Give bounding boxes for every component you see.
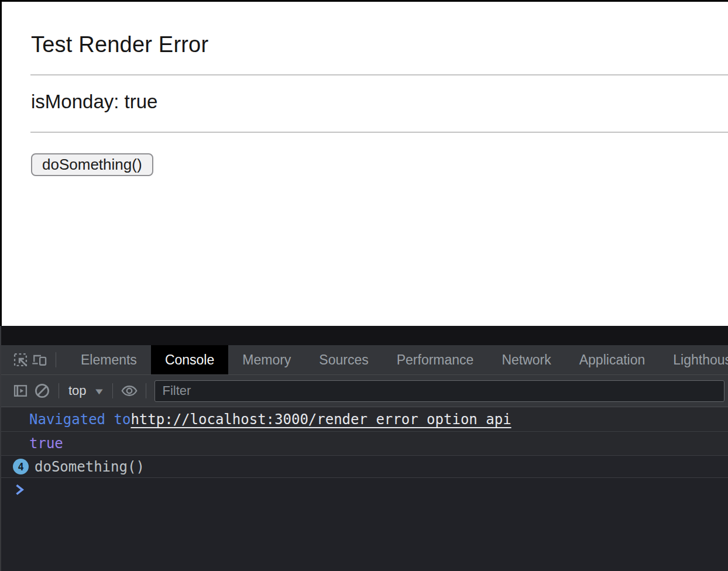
tab-memory[interactable]: Memory: [228, 345, 305, 374]
rendered-page: Test Render Error isMonday: true doSomet…: [0, 0, 728, 326]
inspect-element-button[interactable]: [11, 350, 30, 370]
tab-application[interactable]: Application: [565, 345, 660, 374]
devtools-panel: Elements Console Memory Sources Performa…: [0, 326, 728, 571]
filter-input[interactable]: [154, 380, 724, 402]
toolbar-separator: [146, 383, 146, 398]
console-empty-area: [1, 501, 728, 571]
chevron-down-icon: ▼: [93, 386, 105, 396]
inspect-cursor-icon: [12, 352, 29, 368]
divider: [30, 74, 728, 75]
toolbar-separator: [59, 383, 59, 398]
console-prompt[interactable]: [1, 478, 728, 501]
devtools-tabbar: Elements Console Memory Sources Performa…: [1, 345, 728, 375]
context-selector-label: top: [68, 383, 87, 398]
eye-icon: [120, 382, 139, 400]
page-title: Test Render Error: [31, 31, 728, 58]
console-boolean-value: true: [29, 435, 63, 452]
console-navigation-link[interactable]: http://localhost:3000/render_error_optio…: [131, 411, 511, 428]
console-info-text: Navigated to: [29, 411, 131, 428]
do-something-button[interactable]: doSomething(): [31, 153, 153, 176]
console-prompt-chevron-icon: [14, 483, 26, 496]
create-live-expression-button[interactable]: [120, 381, 139, 401]
device-toolbar-icon: [31, 352, 47, 368]
browser-window: Test Render Error isMonday: true doSomet…: [0, 0, 728, 571]
divider: [30, 132, 728, 133]
console-message-log: 4 doSomething(): [1, 456, 728, 478]
console-log-text: doSomething(): [35, 459, 145, 475]
tab-lighthouse[interactable]: Lighthouse: [659, 345, 728, 374]
console-output: Navigated to http://localhost:3000/rende…: [1, 407, 728, 571]
toggle-device-toolbar-button[interactable]: [30, 350, 49, 370]
tab-performance[interactable]: Performance: [383, 345, 488, 374]
toolbar-separator: [56, 352, 56, 367]
console-toolbar: top ▼: [1, 375, 728, 407]
clear-console-button[interactable]: [33, 381, 51, 401]
status-text: isMonday: true: [31, 90, 728, 113]
repeat-count-badge: 4: [13, 459, 29, 474]
tab-console[interactable]: Console: [151, 345, 228, 374]
clear-console-icon: [33, 382, 51, 400]
devtools-tabs: Elements Console Memory Sources Performa…: [67, 345, 728, 374]
devtools-top-gap: [0, 326, 728, 345]
tab-network[interactable]: Network: [487, 345, 565, 374]
context-selector[interactable]: top ▼: [66, 381, 105, 401]
console-message-navigation: Navigated to http://localhost:3000/rende…: [1, 407, 728, 432]
toolbar-separator: [112, 383, 113, 398]
tab-sources[interactable]: Sources: [305, 345, 382, 374]
tab-elements[interactable]: Elements: [67, 345, 151, 374]
console-sidebar-icon: [12, 383, 29, 399]
console-message-result: true: [1, 432, 728, 456]
show-console-sidebar-button[interactable]: [11, 381, 30, 401]
